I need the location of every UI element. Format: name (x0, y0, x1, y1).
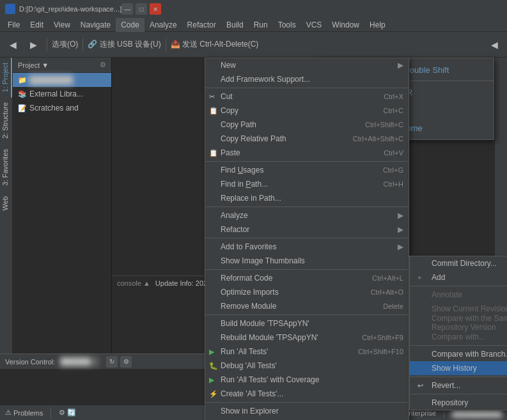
tree-project-root[interactable]: 📁 ████████ (13, 73, 111, 87)
git-sep-4 (410, 394, 507, 394)
revert-icon: ↩ (417, 382, 428, 390)
menu-build-module[interactable]: Build Module 'TPSAppYN' (205, 316, 409, 331)
menu-analyze[interactable]: Analyze (144, 18, 182, 32)
menu-edit[interactable]: Edit (25, 18, 49, 32)
menu-copy[interactable]: 📋 Copy Ctrl+C (205, 104, 409, 118)
git-repository[interactable]: Repository ▶ (410, 396, 507, 410)
menu-replace-label: Replace in Path... (221, 194, 281, 203)
menu-find-in-path[interactable]: Find in Path... Ctrl+H (205, 177, 409, 191)
minimize-button[interactable]: — (121, 3, 133, 15)
menu-window[interactable]: Window (327, 18, 364, 32)
add-icon: + (417, 274, 428, 281)
menu-add-favorites[interactable]: Add to Favorites ▶ (205, 240, 409, 254)
tree-scratches[interactable]: 📝 Scratches and (13, 101, 111, 115)
menu-reformat[interactable]: Reformat Code Ctrl+Alt+L (205, 271, 409, 285)
menu-copy-relative-label: Copy Relative Path (221, 134, 286, 143)
menu-paste[interactable]: 📋 Paste Ctrl+V (205, 146, 409, 160)
menu-thumbs-label: Show Image Thumbnails (221, 256, 305, 265)
tree-libs-icon: 📚 (18, 90, 27, 98)
tree-external-libs[interactable]: 📚 External Libra... (13, 87, 111, 101)
menu-show-explorer[interactable]: Show in Explorer (205, 404, 409, 418)
menu-cut[interactable]: ✂ Cut Ctrl+X (205, 89, 409, 104)
running-icon: ⚙ (59, 408, 65, 417)
window-controls[interactable]: — □ ✕ (121, 3, 161, 15)
project-panel-header: Project ▼ ⚙ (13, 58, 111, 73)
menu-find-path-label: Find in Path... (221, 180, 268, 189)
menu-framework[interactable]: Add Framework Support... (205, 72, 409, 86)
run-icon: ▶ (209, 348, 214, 356)
git-compare-same-label: Compare with the Same Repository Version (432, 314, 507, 332)
menu-run-tests[interactable]: ▶ Run 'All Tests' Ctrl+Shift+F10 (205, 345, 409, 359)
panel-gear[interactable]: ⚙ (100, 61, 106, 69)
menu-new[interactable]: New ▶ (205, 58, 409, 72)
menu-rebuild-label: Rebuild Module 'TPSAppYN' (221, 333, 318, 342)
menu-refactor[interactable]: Refactor (182, 18, 221, 32)
menu-help[interactable]: Help (364, 18, 391, 32)
paste-icon: 📋 (209, 149, 218, 157)
copy-relative-shortcut: Ctrl+Alt+Shift+C (353, 135, 403, 143)
maximize-button[interactable]: □ (136, 3, 147, 15)
menu-refactor[interactable]: Refactor ▶ (205, 222, 409, 237)
tree-scratches-icon: 📝 (18, 104, 27, 113)
menu-tools[interactable]: Tools (273, 18, 301, 32)
menu-run-coverage[interactable]: ▶ Run 'All Tests' with Coverage (205, 373, 409, 387)
project-panel-title: Project ▼ (18, 61, 49, 69)
menu-debug-tests[interactable]: 🐛 Debug 'All Tests' (205, 359, 409, 373)
vtab-project[interactable]: 1: Project (0, 58, 12, 97)
vtab-favorites[interactable]: 3: Favorites (0, 144, 12, 191)
menu-copy-relative-path[interactable]: Copy Relative Path Ctrl+Alt+Shift+C (205, 132, 409, 146)
git-add[interactable]: + Add Ctrl+Alt+A (410, 270, 507, 284)
git-add-label: Add (432, 273, 445, 282)
menu-analyze[interactable]: Analyze ▶ (205, 208, 409, 222)
git-compare-branch[interactable]: Compare with Branch... (410, 347, 507, 361)
git-repo-label: Repository (432, 398, 468, 407)
menu-explorer-label: Show in Explorer (221, 407, 279, 416)
menu-view[interactable]: View (49, 18, 75, 32)
menu-build[interactable]: Build (221, 18, 249, 32)
git-sep-2 (410, 345, 507, 346)
tree-external-libs-label: External Libra... (29, 89, 83, 98)
menu-copy-path[interactable]: Copy Path Ctrl+Shift+C (205, 118, 409, 132)
vc-refresh-btn[interactable]: ↻ (106, 356, 118, 368)
running-text: 🔄 (67, 408, 76, 417)
copy-shortcut: Ctrl+C (384, 107, 403, 114)
vc-settings-btn[interactable]: ⚙ (120, 356, 132, 368)
refactor-arrow: ▶ (398, 225, 403, 234)
menu-vcs[interactable]: VCS (301, 18, 327, 32)
menu-image-thumbs[interactable]: Show Image Thumbnails (205, 254, 409, 268)
menu-code[interactable]: Code (116, 18, 144, 32)
toolbar-back[interactable]: ◀ (4, 36, 22, 54)
menu-navigate[interactable]: Navigate (75, 18, 116, 32)
git-commit-label: Commit Directory... (432, 259, 497, 268)
status-problems[interactable]: ⚠ Problems (5, 408, 43, 417)
toolbar-forward[interactable]: ▶ (24, 36, 42, 54)
menu-replace-in-path[interactable]: Replace in Path... (205, 191, 409, 205)
project-panel: Project ▼ ⚙ 📁 ████████ 📚 External Libra.… (13, 58, 112, 354)
menu-bar: File Edit View Navigate Code Analyze Ref… (0, 18, 507, 32)
vc-title: Version Control: (5, 358, 55, 366)
toolbar-sep-1 (47, 38, 47, 51)
git-revert[interactable]: ↩ Revert... Ctrl+Alt+Z (410, 378, 507, 393)
toolbar-arrow-btn[interactable]: ◀ (485, 36, 503, 54)
tree-scratches-label: Scratches and (29, 104, 79, 113)
vtab-structure[interactable]: 2: Structure (0, 97, 12, 144)
menu-file[interactable]: File (3, 18, 25, 32)
git-show-history[interactable]: Show History (410, 361, 507, 375)
menu-rebuild-module[interactable]: Rebuild Module 'TPSAppYN' Ctrl+Shift+F9 (205, 331, 409, 345)
git-sep-3 (410, 377, 507, 377)
git-commit-dir[interactable]: Commit Directory... (410, 256, 507, 270)
menu-copy-label: Copy (221, 106, 238, 115)
close-button[interactable]: ✕ (150, 3, 161, 15)
cut-shortcut: Ctrl+X (384, 93, 403, 100)
menu-run[interactable]: Run (249, 18, 273, 32)
menu-create-tests[interactable]: ⚡ Create 'All Tests'... (205, 387, 409, 401)
analyze-arrow: ▶ (398, 211, 403, 220)
vc-buttons[interactable]: ↻ ⚙ (106, 356, 132, 368)
menu-find-usages[interactable]: Find Usages Ctrl+G (205, 163, 409, 177)
vtab-web[interactable]: Web (0, 191, 12, 215)
git-annotate-label: Annotate (432, 290, 462, 299)
find-path-shortcut: Ctrl+H (384, 180, 403, 188)
menu-remove-module[interactable]: Remove Module Delete (205, 299, 409, 313)
menu-framework-label: Add Framework Support... (221, 75, 310, 84)
menu-optimize[interactable]: Optimize Imports Ctrl+Alt+O (205, 285, 409, 299)
